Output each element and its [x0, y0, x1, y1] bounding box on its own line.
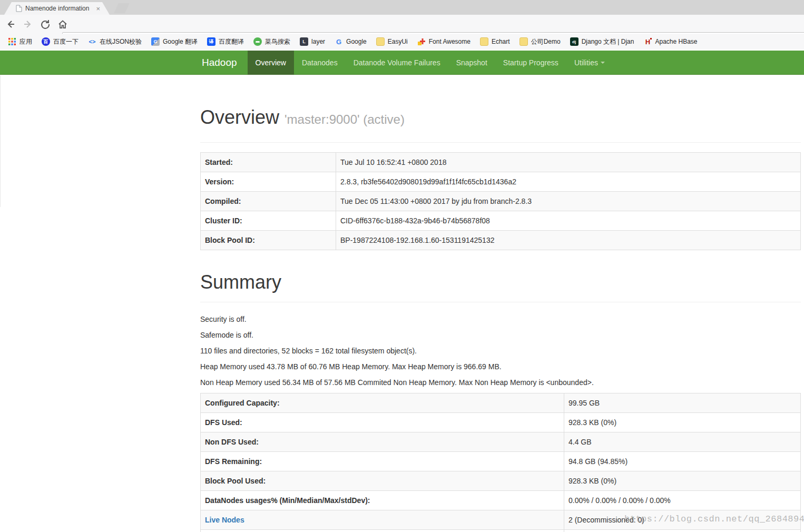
- row-label: Started:: [201, 153, 336, 172]
- table-row: Compiled: Tue Dec 05 11:43:00 +0800 2017…: [201, 192, 801, 211]
- bookmark-label: Font Awesome: [429, 38, 470, 45]
- bookmark-label: 百度一下: [53, 37, 79, 46]
- row-label: DFS Remaining:: [201, 452, 564, 471]
- bookmark-label: layer: [311, 38, 325, 45]
- summary-text: Non Heap Memory used 56.34 MB of 57.56 M…: [200, 377, 801, 388]
- row-value: Tue Jul 10 16:52:41 +0800 2018: [336, 153, 801, 172]
- apps-grid-icon: [8, 37, 16, 46]
- tab-overview[interactable]: Overview: [248, 51, 294, 75]
- baidu-translate-icon: 译: [207, 37, 215, 46]
- menu-utilities[interactable]: Utilities: [566, 51, 613, 75]
- code-brackets-icon: <>: [88, 37, 96, 46]
- google-g-icon: G: [335, 37, 343, 46]
- refresh-button[interactable]: [39, 18, 52, 31]
- row-label: Live Nodes: [201, 510, 564, 530]
- table-row: Cluster ID: CID-6ff6376c-b188-432a-9b46-…: [201, 211, 801, 231]
- bookmark-json-validator[interactable]: <> 在线JSON校验: [83, 37, 146, 46]
- table-row: DataNodes usages% (Min/Median/Max/stdDev…: [201, 491, 801, 510]
- bookmark-label: 公司Demo: [531, 37, 561, 46]
- table-row: Block Pool ID: BP-1987224108-192.168.1.6…: [201, 231, 801, 250]
- bookmark-label: 在线JSON校验: [100, 37, 142, 46]
- left-edge-line: [0, 75, 1, 207]
- row-value: CID-6ff6376c-b188-432a-9b46-b74b56878f08: [336, 211, 801, 231]
- table-row: Non DFS Used: 4.4 GB: [201, 432, 801, 452]
- page-favicon-icon: [16, 5, 22, 12]
- bookmark-label: 百度翻译: [219, 37, 244, 46]
- browser-toolbar: 192.168.1.60:50070/dfshealth.html#tab-ov…: [0, 15, 804, 34]
- utilities-label: Utilities: [574, 51, 598, 75]
- browser-window: Namenode information × 192.168.1.60:50: [0, 0, 804, 532]
- bookmark-label: EasyUi: [388, 38, 408, 45]
- tab-strip: Namenode information ×: [0, 0, 804, 15]
- row-label: Block Pool Used:: [201, 471, 564, 491]
- bookmark-label: Google 翻译: [163, 37, 198, 46]
- yellow-page-icon: [376, 37, 385, 46]
- browser-tab[interactable]: Namenode information ×: [4, 2, 110, 15]
- forward-button[interactable]: [22, 18, 34, 31]
- baidu-icon: 百: [42, 37, 50, 46]
- tab-snapshot[interactable]: Snapshot: [448, 51, 495, 75]
- table-row: Block Pool Used: 928.3 KB (0%): [201, 471, 801, 491]
- table-row: [201, 530, 801, 532]
- row-label: Block Pool ID:: [201, 231, 336, 250]
- bookmark-cainiao-search[interactable]: 菜鸟搜索: [249, 37, 295, 46]
- bookmark-baidu[interactable]: 百 百度一下: [37, 37, 83, 46]
- tab-title: Namenode information: [25, 5, 93, 12]
- row-value: 928.3 KB (0%): [564, 471, 801, 491]
- row-label: DataNodes usages% (Min/Median/Max/stdDev…: [201, 491, 564, 510]
- table-row: DFS Remaining: 94.8 GB (94.85%): [201, 452, 801, 471]
- bookmark-font-awesome[interactable]: Font Awesome: [413, 37, 475, 46]
- table-row: DFS Used: 928.3 KB (0%): [201, 413, 801, 432]
- overview-info-table: Started: Tue Jul 10 16:52:41 +0800 2018 …: [200, 152, 801, 250]
- row-value: BP-1987224108-192.168.1.60-1531191425132: [336, 231, 801, 250]
- tab-startup-progress[interactable]: Startup Progress: [495, 51, 566, 75]
- row-value: Tue Dec 05 11:43:00 +0800 2017 by jdu fr…: [336, 192, 801, 211]
- tab-datanodes[interactable]: Datanodes: [294, 51, 346, 75]
- bookmark-echart[interactable]: Echart: [475, 37, 515, 46]
- row-value: 0.00% / 0.00% / 0.00% / 0.00%: [564, 491, 801, 510]
- bookmark-label: Django 文档 | Djan: [582, 37, 634, 46]
- bookmark-easyui[interactable]: EasyUi: [371, 37, 413, 46]
- tab-close-icon[interactable]: ×: [96, 5, 100, 12]
- overview-subtitle: 'master:9000' (active): [285, 112, 405, 126]
- live-nodes-link[interactable]: Live Nodes: [205, 516, 244, 524]
- hadoop-brand[interactable]: Hadoop: [200, 51, 241, 75]
- chevron-down-icon: [601, 62, 605, 64]
- summary-text: Security is off.: [200, 314, 801, 324]
- row-value: 99.95 GB: [564, 393, 801, 413]
- page-title: Overview'master:9000' (active): [200, 106, 801, 143]
- bookmark-django-docs[interactable]: dj Django 文档 | Djan: [565, 37, 639, 46]
- bookmark-label: 应用: [19, 37, 32, 46]
- page-content: Overview'master:9000' (active) Started: …: [200, 75, 801, 532]
- bookmark-layer[interactable]: L layer: [295, 37, 330, 46]
- row-label: DFS Used:: [201, 413, 564, 432]
- hadoop-navbar: Hadoop Overview Datanodes Datanode Volum…: [0, 51, 804, 75]
- layer-icon: L: [300, 37, 308, 46]
- bookmark-label: Echart: [492, 38, 510, 45]
- back-button[interactable]: [4, 18, 17, 31]
- bookmark-apps[interactable]: 应用: [3, 37, 37, 46]
- bookmark-google[interactable]: G Google: [330, 37, 371, 46]
- green-circle-icon: [253, 37, 262, 46]
- overview-title: Overview: [200, 106, 279, 128]
- row-value: 2.8.3, rb3fe56402d908019d99af1f1f4fc65cb…: [336, 172, 801, 192]
- row-value: [564, 530, 801, 532]
- bookmark-label: Apache HBase: [655, 38, 697, 45]
- home-button[interactable]: [56, 18, 69, 31]
- bookmark-apache-hbase[interactable]: H Apache HBase: [639, 37, 702, 46]
- bookmark-company-demo[interactable]: 公司Demo: [515, 37, 565, 46]
- summary-title: Summary: [200, 271, 801, 302]
- row-value: 4.4 GB: [564, 432, 801, 452]
- tab-datanode-volume-failures[interactable]: Datanode Volume Failures: [346, 51, 448, 75]
- bookmark-baidu-translate[interactable]: 译 百度翻译: [202, 37, 249, 46]
- new-tab-button[interactable]: [114, 3, 130, 13]
- hbase-icon: H: [643, 37, 652, 46]
- summary-text: Heap Memory used 43.78 MB of 60.76 MB He…: [200, 361, 801, 372]
- row-label: [201, 530, 564, 532]
- table-row: Configured Capacity: 99.95 GB: [201, 393, 801, 413]
- row-label: Compiled:: [201, 192, 336, 211]
- row-value: 94.8 GB (94.85%): [564, 452, 801, 471]
- csdn-watermark: https://blog.csdn.net/qq_26848943: [624, 514, 804, 524]
- row-label: Cluster ID:: [201, 211, 336, 231]
- bookmark-google-translate[interactable]: G Google 翻译: [146, 37, 202, 46]
